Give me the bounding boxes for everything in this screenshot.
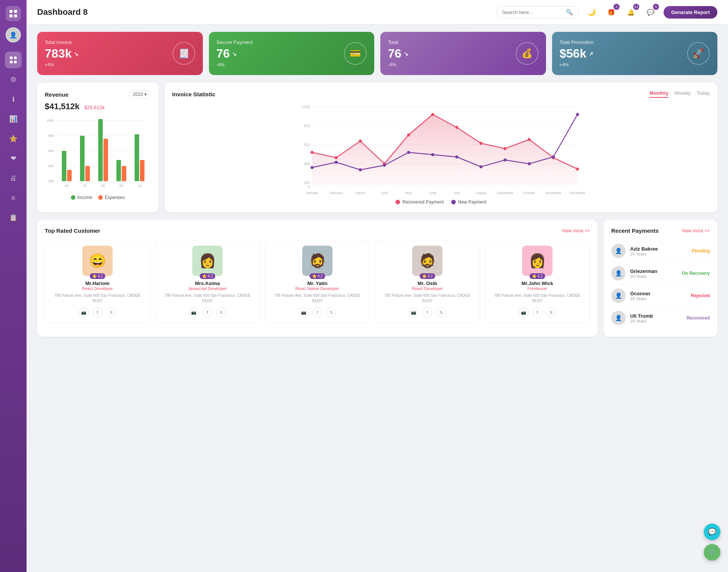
sidebar-item-likes[interactable]: ❤ [5, 150, 22, 167]
svg-text:07: 07 [83, 184, 87, 188]
facebook-icon-4[interactable]: f [532, 307, 542, 317]
tab-monthly[interactable]: Monthly [650, 90, 668, 98]
recovered-dot-5 [431, 113, 434, 116]
svg-rect-18 [62, 151, 66, 181]
sidebar-item-info[interactable]: ℹ [5, 91, 22, 108]
recovered-dot-8 [504, 147, 507, 150]
sidebar-item-settings[interactable]: ⚙ [5, 71, 22, 88]
invoice-title: Invoice Statistic [172, 91, 215, 97]
revenue-title: Revenue [45, 91, 69, 98]
customer-social-3: 📷 f 𝕏 [379, 307, 476, 317]
twitter-icon-2[interactable]: 𝕏 [326, 307, 336, 317]
payment-info-1: Griezerman 24 Years [630, 268, 677, 279]
svg-rect-4 [10, 56, 13, 59]
stat-label-total: Total [388, 39, 408, 45]
chat-icon-wrap[interactable]: 💬 5 [644, 5, 657, 19]
svg-text:600: 600 [304, 143, 310, 147]
instagram-icon-1[interactable]: 📷 [189, 307, 199, 317]
gift-icon-wrap[interactable]: 🎁 2 [604, 5, 618, 19]
twitter-icon-0[interactable]: 𝕏 [106, 307, 116, 317]
sidebar-item-dashboard[interactable] [5, 52, 22, 68]
customer-img-wrap-4: 👩 ⭐ 4.2 [522, 246, 552, 276]
customer-img-2: 🧔 [302, 246, 333, 276]
facebook-icon-2[interactable]: f [312, 307, 322, 317]
search-icon: 🔍 [566, 9, 573, 16]
payment-status-1: On Recovery [682, 271, 710, 276]
income-legend-label: Income [77, 195, 92, 200]
cart-float-button[interactable]: 🛒 [704, 544, 720, 561]
customer-name-1: Mrs.Asima [159, 281, 256, 286]
rating-badge-4: ⭐ 4.2 [530, 273, 545, 279]
theme-toggle[interactable]: 🌙 [585, 5, 598, 19]
search-input[interactable] [502, 9, 563, 15]
customer-role-1: Javascript Developer [159, 286, 256, 291]
trend-arrow-promotion: ↗ [589, 51, 593, 57]
svg-text:09: 09 [119, 184, 123, 188]
svg-rect-3 [14, 14, 17, 17]
generate-report-button[interactable]: Generate Report [664, 6, 717, 19]
svg-rect-21 [80, 136, 85, 181]
instagram-icon-3[interactable]: 📷 [409, 307, 419, 317]
new-dot-1 [335, 161, 338, 164]
customer-card-2: 🧔 ⭐ 4.2 Mr. Yatin React Native Developer… [265, 240, 370, 323]
content-area: Total invoice 783k ↘ +4% 🧾 Secure Paymen… [27, 24, 728, 344]
new-dot-7 [480, 165, 483, 168]
bar-chart-svg: 1000 800 600 400 200 06 07 [45, 117, 151, 193]
trend-arrow-total: ↘ [404, 51, 408, 57]
payments-view-more[interactable]: View more >> [682, 228, 710, 234]
recovered-dot-0 [311, 151, 314, 154]
bell-badge: 12 [633, 4, 639, 10]
tab-today[interactable]: Today [697, 90, 710, 98]
sidebar-item-print[interactable]: 🖨 [5, 170, 22, 186]
new-dot-10 [552, 155, 555, 158]
bell-icon-wrap[interactable]: 🔔 12 [624, 5, 638, 19]
twitter-icon-4[interactable]: 𝕏 [546, 307, 556, 317]
stat-value-total: 76 ↘ [388, 47, 408, 61]
avatar[interactable]: 👤 [6, 27, 21, 42]
svg-text:April: April [381, 191, 388, 195]
svg-text:800: 800 [48, 134, 54, 138]
customers-view-more[interactable]: View more >> [562, 228, 590, 234]
sidebar-logo[interactable] [6, 6, 21, 21]
stat-card-total-left: Total 76 ↘ -4% [388, 39, 408, 67]
year-select[interactable]: 2023 ▾ [129, 90, 151, 99]
svg-text:400: 400 [48, 164, 54, 168]
stat-card-payment: Secure Payment 76 ↘ -4% 💳 [209, 32, 375, 75]
sidebar-item-favorites[interactable]: ⭐ [5, 130, 22, 147]
customer-address-1: 795 Folsom Ave, Suite 600 San Francisco,… [159, 293, 256, 304]
payments-header: Recent Payments View more >> [611, 227, 710, 234]
svg-text:September: September [497, 191, 513, 195]
sidebar-item-menu[interactable]: ≡ [5, 190, 22, 206]
customer-img-3: 🧔 [412, 246, 442, 276]
gift-icon: 🎁 [607, 9, 615, 16]
rating-badge-1: ⭐ 4.2 [200, 273, 215, 279]
line-chart-legend: Recovered Payment New Payment [172, 199, 710, 205]
customers-title: Top Rated Customer [45, 227, 100, 234]
instagram-icon-0[interactable]: 📷 [79, 307, 89, 317]
twitter-icon-3[interactable]: 𝕏 [436, 307, 446, 317]
facebook-icon-0[interactable]: f [93, 307, 102, 317]
sidebar-item-analytics[interactable]: 📊 [5, 111, 22, 127]
svg-rect-30 [135, 134, 139, 181]
expenses-legend-label: Expenses [105, 195, 125, 200]
payment-info-3: Uli Trumb 24 Years [630, 313, 682, 323]
payment-years-3: 24 Years [630, 319, 682, 323]
svg-rect-7 [14, 61, 17, 63]
search-box[interactable]: 🔍 [496, 6, 579, 18]
charts-row: Revenue 2023 ▾ $41,512k $25,612k [37, 83, 717, 212]
tab-weekly[interactable]: Weekly [675, 90, 690, 98]
payment-status-2: Rejected [691, 293, 710, 298]
new-dot-2 [359, 168, 362, 171]
instagram-icon-4[interactable]: 📷 [519, 307, 529, 317]
svg-text:December: December [570, 191, 585, 195]
payment-name-1: Griezerman [630, 268, 677, 274]
recovered-area [312, 114, 577, 186]
customer-img-wrap-3: 🧔 ⭐ 4.2 [412, 246, 442, 276]
instagram-icon-2[interactable]: 📷 [299, 307, 309, 317]
sidebar-item-reports[interactable]: 📋 [5, 209, 22, 226]
recovered-legend: Recovered Payment [395, 199, 444, 205]
twitter-icon-1[interactable]: 𝕏 [216, 307, 226, 317]
facebook-icon-3[interactable]: f [422, 307, 432, 317]
support-float-button[interactable]: 💬 [704, 523, 720, 540]
facebook-icon-1[interactable]: f [202, 307, 212, 317]
